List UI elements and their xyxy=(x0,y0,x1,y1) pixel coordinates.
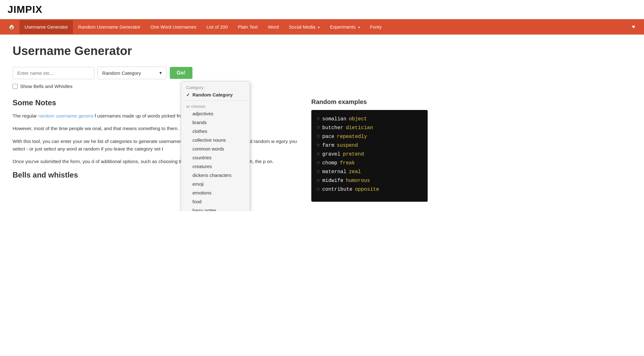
nav-heart-icon[interactable]: ♥ xyxy=(627,19,640,35)
dropdown-item-harry-potter[interactable]: harry potter xyxy=(181,206,250,211)
example-yellow-9: opposite xyxy=(355,187,379,192)
dropdown-item-food[interactable]: food xyxy=(181,197,250,206)
main-content: Username Generator Random Category ▾ Cat… xyxy=(0,35,440,211)
nav-home-icon[interactable]: 🏠 xyxy=(4,20,19,34)
site-logo[interactable]: JIMPIX xyxy=(8,4,42,15)
example-item-7: ♡ maternalzeal xyxy=(317,169,422,175)
notes-link[interactable]: random username genera xyxy=(38,113,95,118)
notes-p1-before: The regular xyxy=(13,113,38,118)
heart-icon: ♡ xyxy=(317,169,320,175)
right-column: Random examples ♡ somalianobject ♡ butch… xyxy=(311,98,428,202)
example-white-6: chomp xyxy=(322,160,337,166)
dropdown-item-random[interactable]: ✓ Random Category xyxy=(181,90,250,99)
example-yellow-8: humorous xyxy=(346,178,370,183)
dropdown-item-emotions[interactable]: emotions xyxy=(181,189,250,197)
category-select-wrapper: Random Category ▾ Category: ✓ Random Cat… xyxy=(97,67,167,79)
example-yellow-4: suspend xyxy=(337,143,358,148)
example-yellow-6: freak xyxy=(340,160,355,166)
chevron-down-icon: ▾ xyxy=(358,25,360,29)
category-select-display[interactable]: Random Category ▾ xyxy=(97,67,167,79)
heart-icon: ♡ xyxy=(317,143,320,148)
nav-item-plain-text[interactable]: Plain Text xyxy=(233,20,263,34)
dropdown-item-emoji[interactable]: emoji xyxy=(181,180,250,189)
main-nav: 🏠 Username Generator Random Username Gen… xyxy=(0,19,644,35)
example-white-2: butcher xyxy=(322,125,343,131)
example-item-6: ♡ chompfreak xyxy=(317,160,422,166)
dropdown-choose-label: or choose: xyxy=(181,102,250,109)
name-input[interactable] xyxy=(13,67,94,79)
dropdown-item-adjectives[interactable]: adjectives xyxy=(181,109,250,118)
notes-paragraph-4: Once you've submitted the form, you d of… xyxy=(13,158,299,165)
nav-item-fonty[interactable]: Fonty xyxy=(365,20,387,34)
bells-section-title: Bells and whistles xyxy=(13,171,299,179)
chevron-down-icon: ▾ xyxy=(318,25,320,29)
heart-icon: ♡ xyxy=(317,117,320,122)
nav-item-word[interactable]: Word xyxy=(263,20,284,34)
bells-checkbox[interactable] xyxy=(13,84,18,89)
heart-icon: ♡ xyxy=(317,125,320,131)
examples-heading: Random examples xyxy=(311,98,428,106)
notes-paragraph-3: With this tool, you can enter your ow he… xyxy=(13,138,299,153)
dropdown-item-brands[interactable]: brands xyxy=(181,118,250,127)
page-title: Username Generator xyxy=(13,44,428,58)
notes-paragraph-2: However, most of the time people wa onal… xyxy=(13,125,299,132)
chevron-down-icon: ▾ xyxy=(159,70,162,76)
example-yellow-7: zeal xyxy=(349,169,361,175)
example-white-9: contribute xyxy=(322,187,353,192)
logo-bar: JIMPIX xyxy=(0,0,644,19)
example-yellow-3: repeatedly xyxy=(337,134,367,140)
example-item-4: ♡ farmsuspend xyxy=(317,143,422,148)
dropdown-item-countries[interactable]: countries xyxy=(181,153,250,162)
nav-item-username-generator[interactable]: Username Generator xyxy=(19,20,73,34)
heart-icon: ♡ xyxy=(317,161,320,166)
examples-panel: ♡ somalianobject ♡ butcherdietician ♡ pa… xyxy=(311,110,428,202)
example-yellow-2: dietician xyxy=(346,125,373,131)
example-white-8: midwife xyxy=(322,178,343,183)
generator-form: Random Category ▾ Category: ✓ Random Cat… xyxy=(13,67,428,79)
bells-label[interactable]: Show Bells and Whistles xyxy=(20,84,72,89)
dropdown-item-collective-nouns[interactable]: collective nouns xyxy=(181,136,250,145)
heart-icon: ♡ xyxy=(317,152,320,157)
example-white-5: gravel xyxy=(322,151,341,157)
example-white-7: maternal xyxy=(322,169,347,175)
example-item-2: ♡ butcherdietician xyxy=(317,125,422,131)
example-item-5: ♡ gravelpretend xyxy=(317,151,422,157)
go-button[interactable]: Go! xyxy=(170,67,192,79)
example-white-3: pace xyxy=(322,134,334,140)
checkmark-icon: ✓ xyxy=(186,92,191,97)
heart-icon: ♡ xyxy=(317,187,320,192)
dropdown-item-common-words[interactable]: common words xyxy=(181,145,250,153)
heart-icon: ♡ xyxy=(317,178,320,183)
example-item-3: ♡ pacerepeatedly xyxy=(317,134,422,140)
heart-icon: ♡ xyxy=(317,134,320,140)
nav-item-random-username[interactable]: Random Username Generator xyxy=(73,20,145,34)
dropdown-category-label: Category: xyxy=(181,83,250,90)
dropdown-divider xyxy=(181,101,250,101)
category-selected-text: Random Category xyxy=(102,70,141,76)
left-column: Some Notes The regular random username g… xyxy=(13,98,299,202)
example-item-8: ♡ midwifehumorous xyxy=(317,178,422,183)
nav-item-social-media[interactable]: Social Media ▾ xyxy=(284,20,325,34)
example-yellow-1: object xyxy=(349,116,367,122)
example-white-4: farm xyxy=(322,143,334,148)
category-dropdown[interactable]: Category: ✓ Random Category or choose: a… xyxy=(181,81,250,211)
dropdown-item-dickens[interactable]: dickens characters xyxy=(181,171,250,180)
notes-title: Some Notes xyxy=(13,98,299,107)
example-item-9: ♡ contributeopposite xyxy=(317,187,422,192)
example-yellow-5: pretend xyxy=(343,151,364,157)
example-white-1: somalian xyxy=(322,116,347,122)
example-item-1: ♡ somalianobject xyxy=(317,116,422,122)
dropdown-item-creatures[interactable]: creatures xyxy=(181,162,250,171)
dropdown-item-clothes[interactable]: clothes xyxy=(181,127,250,136)
nav-item-one-word[interactable]: One Word Usernames xyxy=(145,20,201,34)
nav-item-experiments[interactable]: Experiments ▾ xyxy=(325,20,365,34)
nav-item-list200[interactable]: List of 200 xyxy=(201,20,233,34)
notes-paragraph-1: The regular random username genera f use… xyxy=(13,112,299,120)
